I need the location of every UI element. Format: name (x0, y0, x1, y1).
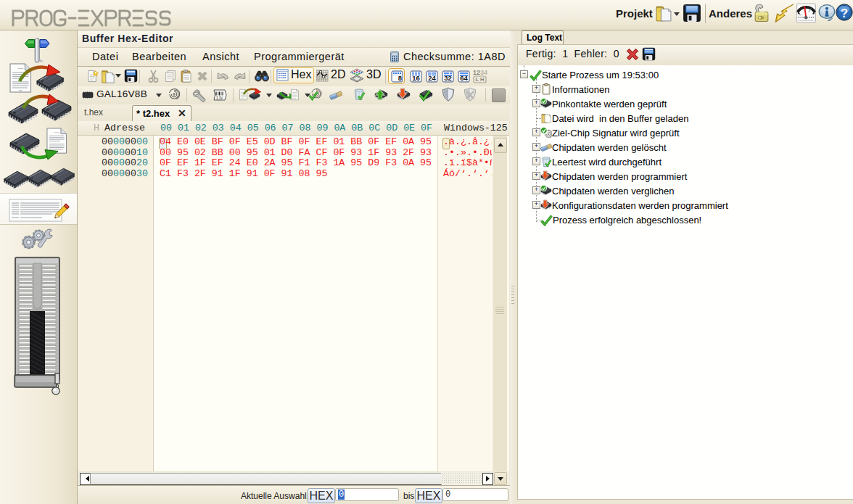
svg-text:24: 24 (428, 74, 436, 82)
svg-text:8: 8 (398, 74, 402, 82)
svg-text:L H: L H (476, 76, 485, 83)
svg-text:64: 64 (460, 74, 468, 82)
svg-text:32: 32 (444, 74, 452, 82)
svg-text:1234: 1234 (473, 69, 487, 76)
svg-text:16: 16 (412, 74, 420, 82)
